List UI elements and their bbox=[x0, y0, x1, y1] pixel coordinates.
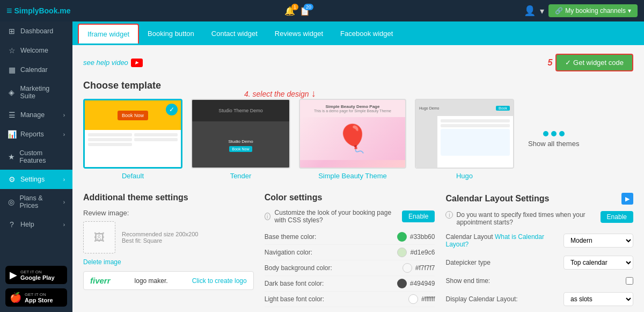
color-swatch-body[interactable]: #f7f7f7 bbox=[402, 263, 435, 273]
color-swatch-base[interactable]: #33bb60 bbox=[397, 232, 435, 242]
color-swatch-light[interactable]: #ffffff bbox=[408, 294, 435, 304]
tab-booking-btn[interactable]: Booking button bbox=[139, 24, 203, 43]
manage-arrow: › bbox=[63, 112, 65, 118]
topbar-icons: 🔔 1 📋 20 bbox=[284, 6, 310, 16]
delete-image-link[interactable]: Delete image bbox=[83, 258, 121, 266]
show-all-themes[interactable]: Show all themes bbox=[528, 131, 579, 148]
color-value-nav: #d1e9c6 bbox=[410, 249, 435, 256]
template-thumb-beauty: Simple Beauty Demo Page This is a demo p… bbox=[299, 99, 406, 169]
fiverr-logo-text: logo maker. bbox=[135, 277, 168, 285]
page-content: see help video ▶ 5 ✓ Get widget code Cho… bbox=[72, 45, 644, 312]
cal-endtime-label: Show end time: bbox=[445, 277, 626, 285]
thumb-body-tender: Studio Demo Book Now bbox=[192, 121, 289, 169]
thumb-body-default bbox=[85, 130, 181, 169]
tab-facebook[interactable]: Facebook widget bbox=[332, 24, 401, 43]
help-video-link[interactable]: see help video ▶ bbox=[83, 59, 143, 67]
topbar-right: 👤 ▾ 🔗 My booking channels ▾ bbox=[524, 4, 638, 17]
tab-iframe[interactable]: Iframe widget bbox=[78, 24, 139, 43]
dot-3 bbox=[559, 131, 565, 136]
sidebar-nav: ⊞ Dashboard ☆ Welcome ▦ Calendar ◈ Marke… bbox=[0, 21, 72, 234]
message-btn[interactable]: 📋 20 bbox=[299, 6, 310, 16]
fiverr-cta-link[interactable]: Click to create logo bbox=[192, 277, 247, 285]
google-play-text: GET IT ON Google Play bbox=[20, 270, 55, 281]
fiverr-logo: fiverr bbox=[90, 276, 111, 285]
cal-layout-link[interactable]: What is Calendar Layout? bbox=[445, 233, 544, 248]
thumb-line3 bbox=[88, 143, 132, 146]
template-name-beauty: Simple Beauty Theme bbox=[299, 172, 406, 180]
thumb-line5 bbox=[134, 138, 178, 141]
sidebar-item-dashboard[interactable]: ⊞ Dashboard bbox=[0, 21, 72, 41]
topbar-left: ≡ SimplyBook.me bbox=[6, 5, 71, 17]
sidebar-item-welcome[interactable]: ☆ Welcome bbox=[0, 41, 72, 60]
template-name-hugo: Hugo bbox=[415, 172, 514, 180]
template-thumb-default: Book Now bbox=[83, 99, 182, 169]
template-name-default: Default bbox=[83, 172, 182, 180]
custom-icon: ★ bbox=[8, 153, 15, 161]
thumb-header-beauty: Simple Beauty Demo Page This is a demo p… bbox=[300, 100, 405, 117]
color-label-dark: Dark base font color: bbox=[265, 280, 324, 287]
thumb-body-hugo bbox=[416, 116, 513, 169]
marketing-icon: ◈ bbox=[8, 88, 16, 97]
color-swatch-dark[interactable]: #494949 bbox=[397, 279, 435, 288]
cal-datepicker-select[interactable]: Top calendar Side calendar bbox=[564, 256, 633, 270]
play-btn-icon[interactable]: ▶ bbox=[131, 59, 143, 67]
sidebar-item-plans[interactable]: ◎ Plans & Prices › bbox=[0, 189, 72, 215]
cal-display-select[interactable]: as slots as list as grid bbox=[564, 292, 633, 306]
reports-icon: 📊 bbox=[8, 130, 16, 139]
css-enable-btn[interactable]: Enable bbox=[402, 211, 435, 222]
sidebar-label-plans: Plans & Prices bbox=[19, 194, 58, 209]
sidebar-item-calendar[interactable]: ▦ Calendar bbox=[0, 60, 72, 79]
calendar-video-btn[interactable]: ▶ bbox=[621, 193, 633, 205]
thumb-btn-tender: Book Now bbox=[229, 146, 253, 152]
color-value-base: #33bb60 bbox=[410, 233, 435, 241]
dot-2 bbox=[551, 131, 557, 136]
swatch-base bbox=[397, 232, 407, 242]
thumb-line2 bbox=[88, 138, 132, 141]
template-thumb-hugo: Hugo Demo Book bbox=[415, 99, 514, 169]
tab-reviews[interactable]: Reviews widget bbox=[266, 24, 332, 43]
template-default[interactable]: Book Now bbox=[83, 99, 182, 180]
sidebar-item-help[interactable]: ? Help › bbox=[0, 215, 72, 234]
dropdown-icon[interactable]: ▾ bbox=[540, 6, 544, 16]
additional-settings-section: Additional theme settings Review image: … bbox=[83, 193, 254, 311]
get-widget-btn[interactable]: ✓ Get widget code bbox=[555, 54, 633, 71]
settings-icon: ⚙ bbox=[8, 175, 16, 184]
template-hugo[interactable]: Hugo Demo Book bbox=[415, 99, 514, 180]
sidebar-item-manage[interactable]: ☰ Manage › bbox=[0, 105, 72, 125]
color-swatch-nav[interactable]: #d1e9c6 bbox=[397, 248, 435, 257]
notification-btn[interactable]: 🔔 1 bbox=[284, 6, 295, 16]
welcome-icon: ☆ bbox=[8, 46, 16, 55]
thumb-main-hugo bbox=[437, 116, 513, 169]
booking-icon: 🔗 bbox=[555, 7, 563, 14]
swatch-nav bbox=[397, 248, 407, 257]
cal-row-datepicker: Datepicker type Top calendar Side calend… bbox=[445, 253, 633, 272]
calendar-question-row: i Do you want to specify fixed times whe… bbox=[445, 211, 633, 226]
my-booking-btn[interactable]: 🔗 My booking channels ▾ bbox=[548, 4, 638, 17]
topbar: ≡ SimplyBook.me 🔔 1 📋 20 👤 ▾ 🔗 My bookin… bbox=[0, 0, 644, 21]
template-thumb-tender: Studio Theme Demo Studio Demo Book Now bbox=[191, 99, 290, 169]
cal-info-icon: i bbox=[445, 211, 453, 219]
sidebar-label-custom: Custom Features bbox=[19, 149, 65, 164]
template-name-tender: Tender bbox=[191, 172, 290, 180]
help-video-row: see help video ▶ 5 ✓ Get widget code bbox=[83, 54, 633, 71]
thumb-header-hugo: Hugo Demo Book bbox=[416, 100, 513, 116]
sidebar-label-welcome: Welcome bbox=[20, 47, 48, 54]
app-store-btn[interactable]: 🍎 GET IT ON App Store bbox=[5, 288, 67, 307]
sidebar-item-settings[interactable]: ⚙ Settings › bbox=[0, 170, 72, 189]
cal-layout-select[interactable]: Modern Classic bbox=[564, 234, 633, 248]
sidebar-item-reports[interactable]: 📊 Reports › bbox=[0, 125, 72, 144]
cal-endtime-checkbox[interactable] bbox=[626, 277, 633, 285]
plans-arrow: › bbox=[63, 199, 65, 205]
help-icon: ? bbox=[8, 220, 16, 229]
tab-contact[interactable]: Contact widget bbox=[203, 24, 266, 43]
css-hint-row: i Customize the look of your booking pag… bbox=[265, 209, 435, 224]
cal-enable-btn[interactable]: Enable bbox=[601, 211, 633, 223]
sidebar-item-marketing[interactable]: ◈ Marketing Suite bbox=[0, 79, 72, 105]
sidebar-item-custom[interactable]: ★ Custom Features bbox=[0, 144, 72, 170]
template-tender[interactable]: Studio Theme Demo Studio Demo Book Now T… bbox=[191, 99, 290, 180]
template-beauty[interactable]: Simple Beauty Demo Page This is a demo p… bbox=[299, 99, 406, 180]
image-placeholder[interactable]: 🖼 bbox=[83, 221, 115, 253]
booking-btn-label: My booking channels bbox=[565, 7, 626, 14]
google-play-btn[interactable]: ▶ GET IT ON Google Play bbox=[5, 266, 67, 284]
user-icon[interactable]: 👤 bbox=[524, 5, 536, 17]
